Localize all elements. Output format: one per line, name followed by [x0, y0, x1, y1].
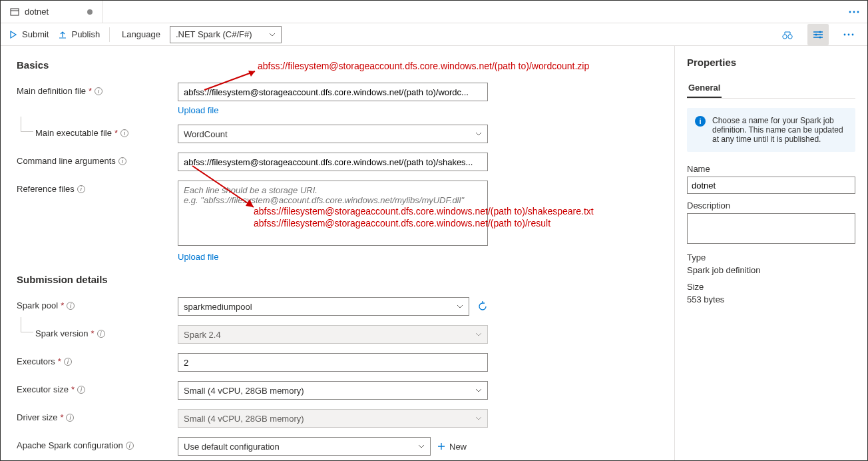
svg-point-13	[852, 33, 854, 35]
main-def-label: Main definition file	[17, 86, 86, 96]
toolbar: Submit Publish Language .NET Spark (C#/F…	[1, 23, 867, 46]
spark-config-value: Use default configuration	[184, 442, 280, 452]
svg-point-12	[848, 33, 850, 35]
spark-pool-label: Spark pool	[17, 300, 58, 310]
info-icon[interactable]: i	[67, 302, 75, 310]
info-icon[interactable]: i	[97, 330, 105, 338]
svg-point-7	[788, 34, 792, 38]
cmd-args-input[interactable]	[178, 153, 488, 171]
executor-size-label: Executor size	[17, 384, 69, 394]
svg-point-2	[849, 11, 851, 13]
tab-more-button[interactable]	[843, 1, 865, 23]
svg-point-11	[844, 33, 846, 35]
language-value: .NET Spark (C#/F#)	[176, 29, 252, 39]
executor-size-value: Small (4 vCPU, 28GB memory)	[184, 386, 304, 396]
refresh-button[interactable]	[477, 301, 488, 312]
info-icon[interactable]: i	[118, 157, 126, 165]
info-icon[interactable]: i	[120, 129, 128, 137]
svg-marker-5	[11, 31, 16, 38]
publish-button[interactable]: Publish	[58, 29, 100, 39]
properties-heading: Properties	[687, 57, 855, 68]
svg-point-10	[819, 36, 821, 38]
file-tab[interactable]: dotnet	[1, 1, 103, 23]
desc-label: Description	[687, 201, 855, 211]
info-icon[interactable]: i	[64, 358, 72, 366]
main-exe-value: WordCount	[184, 129, 228, 139]
chevron-down-icon	[418, 443, 425, 450]
desc-input[interactable]	[687, 213, 855, 244]
svg-marker-15	[248, 71, 255, 77]
language-select[interactable]: .NET Spark (C#/F#)	[170, 26, 282, 43]
size-value: 553 bytes	[687, 294, 855, 304]
main-exe-select[interactable]: WordCount	[178, 125, 488, 143]
name-input[interactable]	[687, 177, 855, 194]
tab-general[interactable]: General	[687, 79, 722, 98]
info-callout: i Choose a name for your Spark job defin…	[687, 108, 855, 152]
size-label: Size	[687, 282, 855, 292]
chevron-down-icon	[475, 331, 482, 338]
svg-point-9	[815, 33, 817, 35]
chevron-down-icon	[475, 415, 482, 422]
info-icon[interactable]: i	[95, 87, 103, 95]
main-def-input[interactable]	[178, 83, 488, 101]
properties-toggle-button[interactable]	[807, 24, 829, 45]
chevron-down-icon	[269, 31, 276, 38]
main-exe-label: Main executable file	[35, 128, 112, 138]
chevron-down-icon	[457, 303, 463, 310]
new-config-button[interactable]: New	[437, 442, 467, 452]
svg-rect-0	[11, 9, 19, 15]
tab-file-icon	[10, 7, 19, 17]
info-icon[interactable]: i	[126, 442, 134, 450]
view-configs-link[interactable]: View configurations	[178, 460, 253, 460]
info-circle-icon: i	[695, 116, 706, 127]
executors-label: Executors	[17, 356, 55, 366]
spark-version-select: Spark 2.4	[178, 325, 488, 344]
upload-file-link-2[interactable]: Upload file	[178, 252, 218, 262]
tab-title: dotnet	[25, 7, 49, 17]
ref-files-input[interactable]	[178, 181, 488, 246]
chevron-down-icon	[475, 131, 482, 137]
properties-panel: Properties General i Choose a name for y…	[674, 46, 867, 460]
spark-version-label: Spark version	[35, 328, 88, 338]
svg-point-4	[857, 11, 859, 13]
submission-heading: Submission details	[17, 274, 658, 285]
svg-point-3	[853, 11, 855, 13]
info-icon[interactable]: i	[77, 185, 85, 193]
toolbar-more-button[interactable]	[838, 24, 859, 45]
spark-config-label: Apache Spark configuration	[17, 440, 123, 450]
spark-config-select[interactable]: Use default configuration	[178, 437, 431, 456]
name-label: Name	[687, 164, 855, 174]
spark-pool-select[interactable]: sparkmediumpool	[178, 297, 469, 316]
info-icon[interactable]: i	[66, 414, 74, 422]
new-label: New	[449, 442, 467, 452]
language-label: Language	[122, 29, 160, 39]
driver-size-select: Small (4 vCPU, 28GB memory)	[178, 409, 488, 428]
play-icon	[9, 30, 18, 39]
ref-files-label: Reference files	[17, 184, 75, 194]
info-icon[interactable]: i	[77, 386, 85, 394]
spark-pool-value: sparkmediumpool	[184, 302, 252, 312]
upload-file-link-1[interactable]: Upload file	[178, 105, 218, 115]
plus-icon	[437, 442, 445, 450]
executor-size-select[interactable]: Small (4 vCPU, 28GB memory)	[178, 381, 488, 400]
publish-label: Publish	[71, 29, 100, 39]
submit-button[interactable]: Submit	[9, 29, 49, 39]
executors-input[interactable]	[178, 353, 488, 372]
refresh-icon	[477, 301, 488, 312]
driver-size-value: Small (4 vCPU, 28GB memory)	[184, 414, 304, 424]
svg-point-6	[783, 34, 787, 38]
submit-label: Submit	[22, 29, 49, 39]
type-label: Type	[687, 252, 855, 262]
tab-bar: dotnet	[1, 1, 867, 23]
form-area: abfss://filesystem@storageaccount.dfs.co…	[1, 46, 674, 460]
spark-version-value: Spark 2.4	[184, 330, 221, 340]
chevron-down-icon	[475, 387, 482, 394]
cmd-args-label: Command line arguments	[17, 156, 116, 166]
related-button[interactable]	[777, 24, 798, 45]
driver-size-label: Driver size	[17, 412, 57, 422]
unsaved-dot-icon	[87, 9, 93, 15]
basics-heading: Basics	[17, 59, 658, 71]
type-value: Spark job definition	[687, 265, 855, 275]
publish-icon	[58, 30, 67, 39]
info-text: Choose a name for your Spark job definit…	[712, 116, 843, 144]
